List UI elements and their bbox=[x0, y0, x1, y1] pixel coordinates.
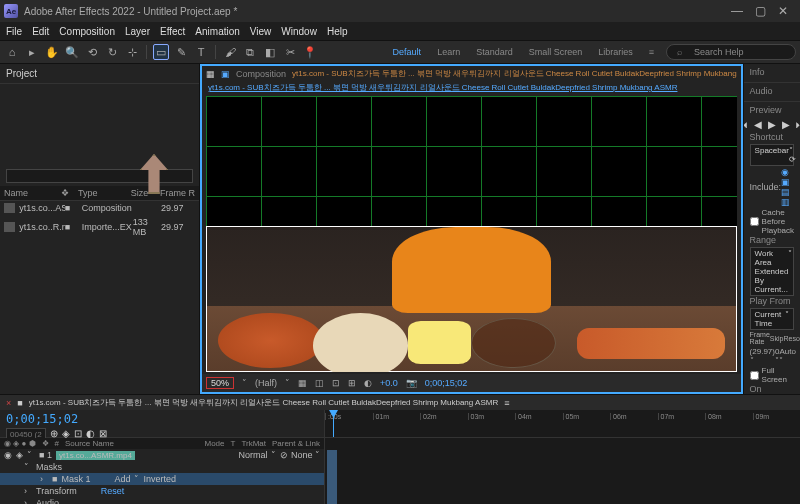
next-frame-button[interactable]: ▶ bbox=[782, 119, 790, 130]
masks-group[interactable]: ˅Masks bbox=[0, 461, 324, 473]
composition-tab-label[interactable]: Composition bbox=[236, 69, 286, 79]
eraser-tool[interactable]: ◧ bbox=[262, 44, 278, 60]
cache-checkbox[interactable] bbox=[750, 217, 759, 226]
playhead[interactable] bbox=[333, 410, 334, 437]
minimize-button[interactable]: — bbox=[731, 4, 743, 18]
rotate-tool[interactable]: ↻ bbox=[104, 44, 120, 60]
menu-help[interactable]: Help bbox=[327, 26, 348, 37]
toolbar: ⌂ ▸ ✋ 🔍 ⟲ ↻ ⊹ ▭ ✎ T 🖌 ⧉ ◧ ✂ 📍 Default Le… bbox=[0, 40, 800, 64]
orbit-tool[interactable]: ⟲ bbox=[84, 44, 100, 60]
menu-effect[interactable]: Effect bbox=[160, 26, 185, 37]
first-frame-button[interactable]: ⏮ bbox=[743, 119, 748, 130]
stage-food bbox=[408, 321, 471, 364]
layer-row[interactable]: ◉◈˅■ 1 yt1s.co...ASMR.mp4 Normal˅ ⊘ None… bbox=[0, 449, 324, 461]
workspace-learn[interactable]: Learn bbox=[433, 45, 464, 59]
composition-link[interactable]: yt1s.com - SUB치즈가득 두툼한 ... 볶면 먹방 새우튀김까지 … bbox=[208, 83, 677, 92]
current-time[interactable]: 0;00;15;02 bbox=[425, 378, 468, 388]
resolution-preview-dropdown[interactable]: Auto ˅ bbox=[779, 347, 795, 365]
mask-row[interactable]: ›■Mask 1 Add˅ Inverted bbox=[0, 473, 324, 485]
layer-bar[interactable] bbox=[327, 450, 337, 504]
rectangle-tool[interactable]: ▭ bbox=[153, 44, 169, 60]
audio-panel[interactable]: Audio bbox=[750, 86, 794, 96]
project-panel: Project Name❖TypeSizeFrame R yt1s.co...A… bbox=[0, 64, 200, 394]
search-icon: ⌕ bbox=[673, 45, 686, 59]
composition-tab-name: yt1s.com - SUB치즈가득 두툼한 ... 볶면 먹방 새우튀김까지 … bbox=[292, 68, 737, 79]
viewer-btn[interactable]: ⊡ bbox=[332, 378, 340, 388]
shortcut-dropdown[interactable]: Spacebar˅ ⟳ bbox=[750, 144, 794, 166]
menu-animation[interactable]: Animation bbox=[195, 26, 239, 37]
timeline-tab-icon[interactable]: × bbox=[6, 398, 11, 408]
prev-frame-button[interactable]: ◀ bbox=[754, 119, 762, 130]
timeline-ruler[interactable]: :00s01m02m03m04m05m06m07m08m09m bbox=[325, 410, 800, 437]
info-panel[interactable]: Info bbox=[750, 67, 794, 77]
menu-file[interactable]: File bbox=[6, 26, 22, 37]
project-item[interactable]: yt1s.co..R.mp4■Importe...EX133 MB29.97 bbox=[0, 215, 199, 239]
layer-name[interactable]: yt1s.co...ASMR.mp4 bbox=[56, 451, 135, 460]
viewer-btn[interactable]: ▦ bbox=[298, 378, 307, 388]
menu-composition[interactable]: Composition bbox=[59, 26, 115, 37]
project-item[interactable]: yt1s.co...ASMR■Composition29.97 bbox=[0, 201, 199, 215]
home-tool[interactable]: ⌂ bbox=[4, 44, 20, 60]
viewer-btn[interactable]: ◫ bbox=[315, 378, 324, 388]
viewer-btn[interactable]: ◐ bbox=[364, 378, 372, 388]
transform-group[interactable]: ›TransformReset bbox=[0, 485, 324, 497]
composition-viewer[interactable] bbox=[206, 96, 737, 372]
right-panels: Info Audio Preview ⏮ ◀ ▶ ▶ ⏭ Shortcut Sp… bbox=[743, 64, 800, 394]
playfrom-label: Play From bbox=[750, 296, 794, 306]
menu-edit[interactable]: Edit bbox=[32, 26, 49, 37]
workspace-default[interactable]: Default bbox=[389, 45, 426, 59]
workspace-smallscreen[interactable]: Small Screen bbox=[525, 45, 587, 59]
workspace-more[interactable]: ≡ bbox=[645, 45, 658, 59]
exposure-value[interactable]: +0.0 bbox=[380, 378, 398, 388]
blend-mode[interactable]: Normal bbox=[238, 450, 267, 460]
clone-tool[interactable]: ⧉ bbox=[242, 44, 258, 60]
fullscreen-checkbox[interactable] bbox=[750, 371, 759, 380]
audio-group[interactable]: ›Audio bbox=[0, 497, 324, 504]
mask-inverted[interactable]: Inverted bbox=[143, 474, 176, 484]
composition-stage[interactable] bbox=[206, 226, 737, 372]
viewer-btn[interactable]: ⊞ bbox=[348, 378, 356, 388]
zoom-tool[interactable]: 🔍 bbox=[64, 44, 80, 60]
menu-window[interactable]: Window bbox=[281, 26, 317, 37]
selection-tool[interactable]: ▸ bbox=[24, 44, 40, 60]
pen-tool[interactable]: ✎ bbox=[173, 44, 189, 60]
resolution-dropdown[interactable]: (Half) bbox=[255, 378, 277, 388]
framerate-dropdown[interactable]: (29.97) ˅ bbox=[750, 347, 775, 365]
current-time-display[interactable]: 0;00;15;02 bbox=[6, 412, 318, 426]
anchor-tool[interactable]: ⊹ bbox=[124, 44, 140, 60]
zoom-dropdown[interactable]: 50% bbox=[206, 377, 234, 389]
play-button[interactable]: ▶ bbox=[768, 119, 776, 130]
brush-tool[interactable]: 🖌 bbox=[222, 44, 238, 60]
stage-person bbox=[392, 227, 551, 313]
menu-view[interactable]: View bbox=[250, 26, 272, 37]
viewer-footer: 50%˅ (Half)˅ ▦ ◫ ⊡ ⊞ ◐ +0.0 📷 0;00;15;02 bbox=[202, 374, 741, 392]
snapshot-icon[interactable]: 📷 bbox=[406, 378, 417, 388]
project-panel-title: Project bbox=[0, 64, 199, 84]
playfrom-dropdown[interactable]: Current Time˅ bbox=[750, 308, 794, 330]
layer-tab-icon[interactable]: ▦ bbox=[206, 69, 215, 79]
comp-tab-icon[interactable]: ▣ bbox=[221, 69, 230, 79]
workspace-standard[interactable]: Standard bbox=[472, 45, 517, 59]
reset-button[interactable]: Reset bbox=[101, 486, 125, 496]
workspace-libraries[interactable]: Libraries bbox=[594, 45, 637, 59]
range-dropdown[interactable]: Work Area Extended By Current...˅ bbox=[750, 247, 794, 296]
hand-tool[interactable]: ✋ bbox=[44, 44, 60, 60]
search-help[interactable]: ⌕Search Help bbox=[666, 44, 796, 60]
timeline-panel: × ■ yt1s.com - SUB치즈가득 두툼한 ... 볶면 먹방 새우튀… bbox=[0, 394, 800, 504]
timeline-tracks[interactable] bbox=[325, 438, 800, 504]
last-frame-button[interactable]: ⏭ bbox=[796, 119, 800, 130]
roto-tool[interactable]: ✂ bbox=[282, 44, 298, 60]
maximize-button[interactable]: ▢ bbox=[755, 4, 766, 18]
mask-mode[interactable]: Add bbox=[114, 474, 130, 484]
parent-link[interactable]: ⊘ None ˅ bbox=[280, 450, 320, 460]
menu-layer[interactable]: Layer bbox=[125, 26, 150, 37]
project-search-input[interactable] bbox=[6, 169, 193, 183]
close-button[interactable]: ✕ bbox=[778, 4, 788, 18]
stage-food bbox=[218, 313, 324, 368]
shortcut-label: Shortcut bbox=[750, 132, 794, 142]
include-label: Include: bbox=[750, 182, 782, 192]
type-tool[interactable]: T bbox=[193, 44, 209, 60]
puppet-tool[interactable]: 📍 bbox=[302, 44, 318, 60]
range-label: Range bbox=[750, 235, 794, 245]
timeline-tab-name[interactable]: yt1s.com - SUB치즈가득 두툼한 ... 볶면 먹방 새우튀김까지 … bbox=[29, 397, 498, 408]
